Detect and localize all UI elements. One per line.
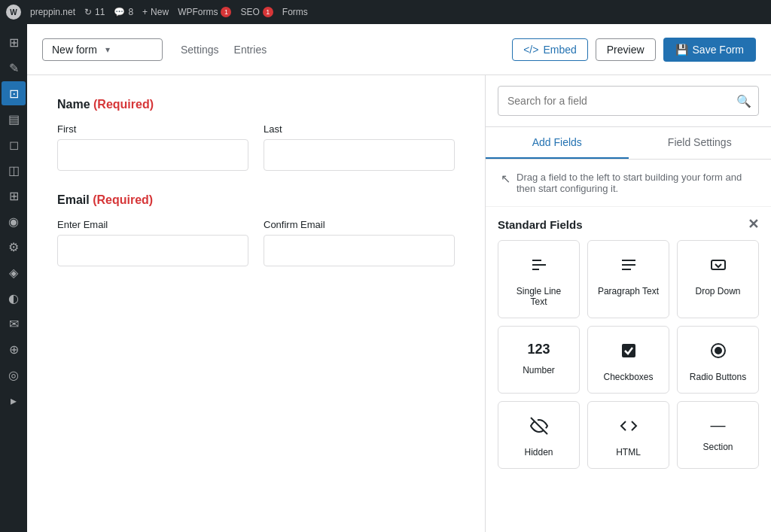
save-form-button[interactable]: 💾 Save Form xyxy=(663,38,756,62)
form-name-dropdown[interactable]: New form ▾ xyxy=(42,38,163,61)
last-name-label: Last xyxy=(264,123,455,135)
form-builder-body: Name (Required) First Last xyxy=(27,75,771,532)
code-icon: </> xyxy=(523,44,538,56)
field-card-checkboxes[interactable]: Checkboxes xyxy=(587,326,669,394)
sidebar-item-misc2[interactable]: ◎ xyxy=(2,363,26,387)
radio-buttons-label: Radio Buttons xyxy=(690,372,746,382)
fields-section: Standard Fields ✕ Single Line Text xyxy=(486,207,771,532)
comments-count[interactable]: 💬 8 xyxy=(114,7,133,17)
sidebar-item-appearance[interactable]: ◫ xyxy=(2,158,26,182)
name-field-label: Name (Required) xyxy=(57,98,455,111)
forms-menu[interactable]: Forms xyxy=(282,7,308,17)
preview-button[interactable]: Preview xyxy=(596,38,656,61)
name-field-row: First Last xyxy=(57,123,455,171)
radio-buttons-icon xyxy=(709,342,727,364)
enter-email-field: Enter Email xyxy=(57,219,248,266)
sidebar-item-seo[interactable]: ◐ xyxy=(2,286,26,310)
drag-hint: ↖ Drag a field to the left to start buil… xyxy=(486,160,771,207)
panel-tabs: Add Fields Field Settings xyxy=(486,127,771,160)
field-card-hidden[interactable]: Hidden xyxy=(498,401,580,469)
save-icon: 💾 xyxy=(675,44,688,56)
field-card-radio-buttons[interactable]: Radio Buttons xyxy=(677,326,759,394)
field-card-single-line-text[interactable]: Single Line Text xyxy=(498,240,580,318)
content-area: New form ▾ Settings Entries </> Embed Pr… xyxy=(27,24,771,532)
embed-button[interactable]: </> Embed xyxy=(512,38,588,61)
single-line-text-label: Single Line Text xyxy=(507,286,570,307)
field-card-drop-down[interactable]: Drop Down xyxy=(677,240,759,318)
settings-link[interactable]: Settings xyxy=(181,41,219,59)
section-icon: — xyxy=(711,417,726,434)
section-label: Section xyxy=(702,442,733,452)
last-name-input[interactable] xyxy=(264,139,455,171)
confirm-email-label: Confirm Email xyxy=(264,219,455,230)
sidebar-item-forms[interactable]: ⊡ xyxy=(2,81,26,105)
wp-logo[interactable]: W xyxy=(6,5,21,20)
sidebar-item-misc3[interactable]: ▸ xyxy=(2,388,26,412)
search-bar: 🔍 xyxy=(486,75,771,127)
standard-fields-header: Standard Fields ✕ xyxy=(498,207,759,240)
sidebar-item-analytics[interactable]: ◈ xyxy=(2,260,26,284)
html-label: HTML xyxy=(616,447,641,458)
first-name-label: First xyxy=(57,123,248,135)
drop-down-icon xyxy=(709,256,727,278)
search-field-input[interactable] xyxy=(498,86,759,116)
new-item-button[interactable]: + New xyxy=(142,7,169,17)
chevron-down-icon: ▾ xyxy=(105,44,153,55)
last-name-field: Last xyxy=(264,123,455,171)
form-toolbar: New form ▾ Settings Entries </> Embed Pr… xyxy=(27,24,771,75)
toolbar-right: </> Embed Preview 💾 Save Form xyxy=(512,38,756,62)
collapse-button[interactable]: ✕ xyxy=(748,217,759,231)
paragraph-text-icon xyxy=(620,256,638,278)
wp-admin-sidebar: ⊞ ✎ ⊡ ▤ ◻ ◫ ⊞ ◉ ⚙ ◈ ◐ ✉ ⊕ ◎ ▸ xyxy=(0,24,27,532)
seo-menu[interactable]: SEO 1 xyxy=(240,7,273,17)
sidebar-item-comments[interactable]: ◻ xyxy=(2,132,26,157)
field-card-section[interactable]: — Section xyxy=(677,401,759,469)
sidebar-item-users[interactable]: ◉ xyxy=(2,209,26,233)
email-field-label: Email (Required) xyxy=(57,193,455,207)
field-card-html[interactable]: HTML xyxy=(587,401,669,469)
tab-field-settings[interactable]: Field Settings xyxy=(629,127,772,159)
search-icon[interactable]: 🔍 xyxy=(736,94,751,108)
enter-email-label: Enter Email xyxy=(57,219,248,230)
name-required-badge: (Required) xyxy=(93,98,154,111)
name-field-group: Name (Required) First Last xyxy=(57,98,455,171)
email-required-badge: (Required) xyxy=(93,193,153,206)
confirm-email-input[interactable] xyxy=(264,235,455,266)
wpforms-badge: 1 xyxy=(221,7,231,17)
email-field-group: Email (Required) Enter Email Confirm Ema… xyxy=(57,193,455,266)
sidebar-item-posts[interactable]: ✎ xyxy=(2,56,26,80)
entries-link[interactable]: Entries xyxy=(234,41,267,59)
first-name-input[interactable] xyxy=(57,139,248,171)
svg-point-9 xyxy=(715,348,721,354)
updates-count[interactable]: ↻ 11 xyxy=(84,7,105,17)
first-name-field: First xyxy=(57,123,248,171)
form-canvas: Name (Required) First Last xyxy=(27,75,485,532)
tab-add-fields[interactable]: Add Fields xyxy=(486,127,629,159)
site-name[interactable]: preppin.net xyxy=(30,7,75,17)
main-layout: ⊞ ✎ ⊡ ▤ ◻ ◫ ⊞ ◉ ⚙ ◈ ◐ ✉ ⊕ ◎ ▸ New form ▾… xyxy=(0,24,771,532)
sidebar-item-wpforms[interactable]: ✉ xyxy=(2,312,26,336)
search-input-wrap: 🔍 xyxy=(498,86,759,116)
checkboxes-icon xyxy=(620,342,638,364)
sidebar-item-plugins[interactable]: ⊞ xyxy=(2,184,26,208)
checkboxes-label: Checkboxes xyxy=(603,372,653,382)
sidebar-item-dashboard[interactable]: ⊞ xyxy=(2,30,26,54)
wpforms-menu[interactable]: WPForms 1 xyxy=(178,7,231,17)
right-panel: 🔍 Add Fields Field Settings ↖ Drag a fie… xyxy=(485,75,771,532)
field-card-paragraph-text[interactable]: Paragraph Text xyxy=(587,240,669,318)
field-card-number[interactable]: 123 Number xyxy=(498,326,580,394)
number-label: Number xyxy=(523,365,555,375)
enter-email-input[interactable] xyxy=(57,235,248,266)
paragraph-text-label: Paragraph Text xyxy=(598,286,659,296)
svg-rect-7 xyxy=(622,344,635,357)
admin-bar: W preppin.net ↻ 11 💬 8 + New WPForms 1 S… xyxy=(0,0,771,24)
sidebar-item-tools[interactable]: ⚙ xyxy=(2,235,26,259)
drop-down-label: Drop Down xyxy=(695,286,740,296)
sidebar-item-pages[interactable]: ▤ xyxy=(2,107,26,131)
html-icon xyxy=(620,417,638,439)
hidden-label: Hidden xyxy=(524,447,553,458)
number-icon: 123 xyxy=(527,342,550,357)
fields-grid: Single Line Text Paragraph Text xyxy=(498,240,759,481)
cursor-icon: ↖ xyxy=(501,172,510,186)
sidebar-item-misc1[interactable]: ⊕ xyxy=(2,337,26,361)
